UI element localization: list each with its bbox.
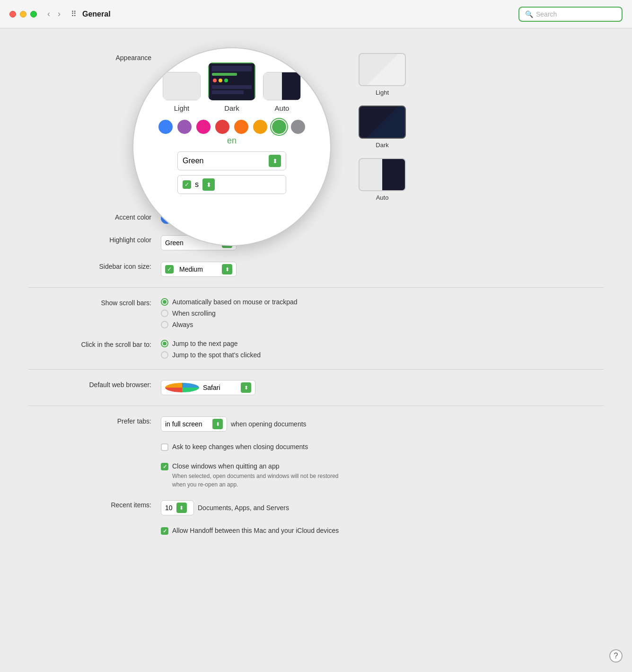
close-windows-empty-label [28, 462, 161, 463]
fullscreen-button[interactable] [30, 11, 37, 18]
ask-changes-checkbox[interactable] [161, 443, 168, 451]
mag-theme-row [163, 62, 301, 100]
mag-accent-colors [158, 120, 305, 134]
ask-changes-empty-label [28, 443, 161, 444]
close-button[interactable] [9, 11, 16, 18]
theme-dark[interactable]: Dark [359, 106, 406, 149]
scroll-bars-control: Automatically based on mouse or trackpad… [161, 298, 604, 328]
handoff-option[interactable]: Allow Handoff between this Mac and your … [161, 527, 339, 535]
click-scroll-row: Click in the scroll bar to: Jump to the … [28, 334, 604, 364]
scroll-auto-radio[interactable] [161, 298, 168, 306]
light-label: Light [163, 104, 201, 112]
mag-accent-green[interactable] [272, 120, 286, 134]
click-scroll-label: Click in the scroll bar to: [28, 340, 161, 348]
theme-auto[interactable]: Auto [359, 158, 406, 201]
scroll-always-radio[interactable] [161, 321, 168, 328]
recent-items-select[interactable]: 10 ⬍ [161, 500, 194, 515]
recent-items-value: 10 [165, 504, 173, 512]
minimize-button[interactable] [20, 11, 26, 18]
prefer-tabs-control: in full screen ⬍ when opening documents [161, 416, 604, 432]
scroll-always-option[interactable]: Always [161, 321, 193, 328]
recent-items-inline: 10 ⬍ Documents, Apps, and Servers [161, 500, 289, 515]
jump-spot-option[interactable]: Jump to the spot that's clicked [161, 351, 261, 359]
theme-light[interactable]: Light [359, 53, 406, 96]
mag-accent-blue[interactable] [158, 120, 173, 134]
mag-accent-graphite[interactable] [291, 120, 305, 134]
search-box: 🔍 [518, 7, 623, 22]
divider-3 [28, 406, 604, 406]
prefer-tabs-arrow-icon: ⬍ [212, 419, 223, 429]
prefer-tabs-select[interactable]: in full screen ⬍ [161, 416, 227, 432]
auto-label: Auto [263, 104, 301, 112]
ask-changes-control: Ask to keep changes when closing documen… [161, 443, 604, 451]
light-label-main: Light [376, 89, 389, 96]
dark-label-main: Dark [376, 141, 388, 149]
divider-1 [28, 287, 604, 288]
help-button[interactable]: ? [609, 649, 623, 663]
ask-changes-option[interactable]: Ask to keep changes when closing documen… [161, 443, 308, 451]
prefer-tabs-value: in full screen [165, 420, 209, 428]
handoff-checkbox[interactable] [161, 527, 168, 535]
accent-color-label: Accent color [28, 212, 161, 221]
close-windows-option[interactable]: Close windows when quitting an app When … [161, 462, 339, 489]
dark-label: Dark [208, 104, 255, 112]
jump-next-radio[interactable] [161, 340, 168, 347]
mag-dropdown-value: Green [183, 157, 265, 165]
dark-theme-thumb [359, 106, 406, 139]
scroll-always-label: Always [172, 321, 193, 328]
jump-next-option[interactable]: Jump to the next page [161, 340, 238, 347]
scroll-when-label: When scrolling [172, 309, 216, 317]
close-windows-label: Close windows when quitting an app [172, 462, 279, 470]
close-windows-description: When selected, open documents and window… [172, 472, 339, 489]
jump-spot-radio[interactable] [161, 351, 168, 359]
handoff-empty-label [28, 527, 161, 528]
traffic-lights [9, 11, 37, 18]
mag-checkbox-icon: ✓ [183, 180, 191, 189]
auto-label-main: Auto [376, 194, 389, 201]
mag-accent-orange[interactable] [234, 120, 248, 134]
recent-items-arrow-icon: ⬍ [176, 503, 187, 513]
recent-items-label: Recent items: [28, 500, 161, 509]
forward-button[interactable]: › [55, 8, 63, 20]
back-button[interactable]: ‹ [44, 8, 53, 20]
ask-changes-row: Ask to keep changes when closing documen… [28, 437, 604, 457]
jump-next-label: Jump to the next page [172, 340, 238, 347]
browser-row: Default web browser: Safari ⬍ [28, 374, 604, 401]
divider-2 [28, 369, 604, 370]
prefer-tabs-label: Prefer tabs: [28, 416, 161, 425]
mag-accent-red[interactable] [215, 120, 229, 134]
nav-buttons: ‹ › [44, 8, 63, 20]
highlight-color-label: Highlight color [28, 235, 161, 244]
mag-second-dropdown[interactable]: ✓ s ⬍ [177, 175, 286, 194]
mag-highlight-text: en [227, 136, 237, 146]
ask-changes-label: Ask to keep changes when closing documen… [172, 443, 308, 451]
scroll-when-radio[interactable] [161, 309, 168, 317]
mag-dark-thumb[interactable] [208, 62, 255, 100]
jump-spot-label: Jump to the spot that's clicked [172, 351, 261, 359]
browser-select[interactable]: Safari ⬍ [161, 380, 255, 395]
scroll-when-option[interactable]: When scrolling [161, 309, 216, 317]
mag-accent-yellow[interactable] [253, 120, 267, 134]
titlebar: ‹ › ⠿ General 🔍 [0, 0, 632, 28]
auto-theme-thumb [359, 158, 406, 191]
search-icon: 🔍 [525, 10, 533, 18]
mag-accent-purple[interactable] [177, 120, 192, 134]
mag-theme-labels: Light Dark Auto [163, 104, 301, 112]
mag-auto-thumb[interactable] [263, 72, 301, 100]
search-input[interactable] [536, 10, 616, 18]
scroll-auto-option[interactable]: Automatically based on mouse or trackpad [161, 298, 298, 306]
close-windows-checkbox[interactable] [161, 463, 168, 470]
mag-green-dropdown[interactable]: Green ⬍ [177, 151, 286, 170]
mag-light-thumb[interactable] [163, 72, 201, 100]
sidebar-icon-label: Sidebar icon size: [28, 262, 161, 270]
recent-items-trailing: Documents, Apps, and Servers [198, 504, 289, 512]
close-windows-row: Close windows when quitting an app When … [28, 457, 604, 495]
prefer-tabs-trailing: when opening documents [231, 420, 307, 428]
sidebar-dropdown-arrow-icon: ⬍ [222, 264, 232, 274]
scroll-bars-row: Show scroll bars: Automatically based on… [28, 292, 604, 334]
scroll-bars-label: Show scroll bars: [28, 298, 161, 307]
page-title: General [82, 10, 111, 18]
light-theme-thumb [359, 53, 406, 86]
mag-accent-pink[interactable] [196, 120, 211, 134]
sidebar-icon-select[interactable]: ✓ Medium ⬍ [161, 262, 237, 277]
